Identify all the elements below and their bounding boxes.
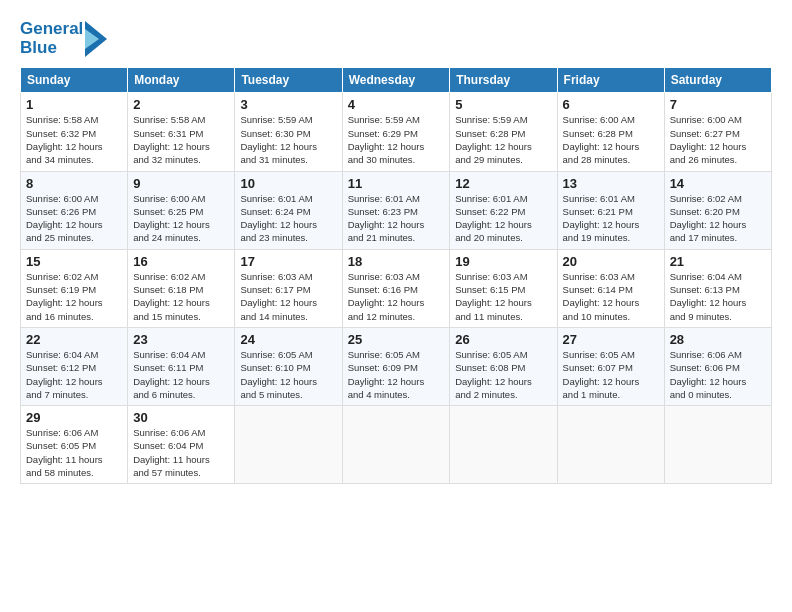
calendar-cell	[664, 406, 771, 484]
calendar-cell: 3Sunrise: 5:59 AM Sunset: 6:30 PM Daylig…	[235, 93, 342, 171]
day-header-tuesday: Tuesday	[235, 68, 342, 93]
calendar-cell: 13Sunrise: 6:01 AM Sunset: 6:21 PM Dayli…	[557, 171, 664, 249]
day-number: 8	[26, 176, 122, 191]
calendar-cell: 6Sunrise: 6:00 AM Sunset: 6:28 PM Daylig…	[557, 93, 664, 171]
day-number: 21	[670, 254, 766, 269]
calendar-cell: 29Sunrise: 6:06 AM Sunset: 6:05 PM Dayli…	[21, 406, 128, 484]
day-number: 28	[670, 332, 766, 347]
day-number: 10	[240, 176, 336, 191]
day-header-thursday: Thursday	[450, 68, 557, 93]
day-info: Sunrise: 6:03 AM Sunset: 6:16 PM Dayligh…	[348, 270, 445, 323]
day-info: Sunrise: 5:58 AM Sunset: 6:32 PM Dayligh…	[26, 113, 122, 166]
calendar-cell: 5Sunrise: 5:59 AM Sunset: 6:28 PM Daylig…	[450, 93, 557, 171]
day-number: 7	[670, 97, 766, 112]
day-number: 5	[455, 97, 551, 112]
day-number: 27	[563, 332, 659, 347]
week-row-4: 22Sunrise: 6:04 AM Sunset: 6:12 PM Dayli…	[21, 327, 772, 405]
day-info: Sunrise: 6:05 AM Sunset: 6:07 PM Dayligh…	[563, 348, 659, 401]
day-info: Sunrise: 6:01 AM Sunset: 6:24 PM Dayligh…	[240, 192, 336, 245]
day-number: 25	[348, 332, 445, 347]
day-number: 1	[26, 97, 122, 112]
day-header-monday: Monday	[128, 68, 235, 93]
day-number: 19	[455, 254, 551, 269]
day-number: 23	[133, 332, 229, 347]
day-number: 14	[670, 176, 766, 191]
calendar-cell: 27Sunrise: 6:05 AM Sunset: 6:07 PM Dayli…	[557, 327, 664, 405]
day-header-friday: Friday	[557, 68, 664, 93]
day-info: Sunrise: 6:06 AM Sunset: 6:06 PM Dayligh…	[670, 348, 766, 401]
day-info: Sunrise: 5:59 AM Sunset: 6:28 PM Dayligh…	[455, 113, 551, 166]
day-info: Sunrise: 5:59 AM Sunset: 6:30 PM Dayligh…	[240, 113, 336, 166]
calendar-cell: 8Sunrise: 6:00 AM Sunset: 6:26 PM Daylig…	[21, 171, 128, 249]
day-info: Sunrise: 6:05 AM Sunset: 6:08 PM Dayligh…	[455, 348, 551, 401]
week-row-1: 1Sunrise: 5:58 AM Sunset: 6:32 PM Daylig…	[21, 93, 772, 171]
calendar-cell: 7Sunrise: 6:00 AM Sunset: 6:27 PM Daylig…	[664, 93, 771, 171]
calendar-cell: 12Sunrise: 6:01 AM Sunset: 6:22 PM Dayli…	[450, 171, 557, 249]
day-info: Sunrise: 5:59 AM Sunset: 6:29 PM Dayligh…	[348, 113, 445, 166]
day-info: Sunrise: 6:04 AM Sunset: 6:11 PM Dayligh…	[133, 348, 229, 401]
day-number: 3	[240, 97, 336, 112]
calendar-cell: 23Sunrise: 6:04 AM Sunset: 6:11 PM Dayli…	[128, 327, 235, 405]
calendar-cell: 20Sunrise: 6:03 AM Sunset: 6:14 PM Dayli…	[557, 249, 664, 327]
day-info: Sunrise: 6:03 AM Sunset: 6:14 PM Dayligh…	[563, 270, 659, 323]
day-info: Sunrise: 6:02 AM Sunset: 6:20 PM Dayligh…	[670, 192, 766, 245]
day-number: 13	[563, 176, 659, 191]
calendar-cell: 11Sunrise: 6:01 AM Sunset: 6:23 PM Dayli…	[342, 171, 450, 249]
day-info: Sunrise: 6:01 AM Sunset: 6:22 PM Dayligh…	[455, 192, 551, 245]
day-info: Sunrise: 6:05 AM Sunset: 6:10 PM Dayligh…	[240, 348, 336, 401]
calendar-body: 1Sunrise: 5:58 AM Sunset: 6:32 PM Daylig…	[21, 93, 772, 484]
calendar-cell: 2Sunrise: 5:58 AM Sunset: 6:31 PM Daylig…	[128, 93, 235, 171]
logo: General Blue	[20, 20, 107, 57]
day-number: 2	[133, 97, 229, 112]
calendar-cell: 30Sunrise: 6:06 AM Sunset: 6:04 PM Dayli…	[128, 406, 235, 484]
day-info: Sunrise: 6:04 AM Sunset: 6:12 PM Dayligh…	[26, 348, 122, 401]
day-info: Sunrise: 6:06 AM Sunset: 6:05 PM Dayligh…	[26, 426, 122, 479]
day-number: 12	[455, 176, 551, 191]
calendar-cell: 25Sunrise: 6:05 AM Sunset: 6:09 PM Dayli…	[342, 327, 450, 405]
calendar-cell: 28Sunrise: 6:06 AM Sunset: 6:06 PM Dayli…	[664, 327, 771, 405]
calendar-cell: 10Sunrise: 6:01 AM Sunset: 6:24 PM Dayli…	[235, 171, 342, 249]
calendar-cell	[450, 406, 557, 484]
day-number: 9	[133, 176, 229, 191]
calendar-cell	[557, 406, 664, 484]
day-number: 11	[348, 176, 445, 191]
day-info: Sunrise: 6:04 AM Sunset: 6:13 PM Dayligh…	[670, 270, 766, 323]
day-info: Sunrise: 6:02 AM Sunset: 6:18 PM Dayligh…	[133, 270, 229, 323]
day-header-sunday: Sunday	[21, 68, 128, 93]
day-info: Sunrise: 6:05 AM Sunset: 6:09 PM Dayligh…	[348, 348, 445, 401]
day-number: 24	[240, 332, 336, 347]
day-number: 17	[240, 254, 336, 269]
day-info: Sunrise: 6:02 AM Sunset: 6:19 PM Dayligh…	[26, 270, 122, 323]
day-number: 22	[26, 332, 122, 347]
week-row-3: 15Sunrise: 6:02 AM Sunset: 6:19 PM Dayli…	[21, 249, 772, 327]
day-number: 6	[563, 97, 659, 112]
day-info: Sunrise: 6:03 AM Sunset: 6:17 PM Dayligh…	[240, 270, 336, 323]
calendar-cell: 18Sunrise: 6:03 AM Sunset: 6:16 PM Dayli…	[342, 249, 450, 327]
day-info: Sunrise: 5:58 AM Sunset: 6:31 PM Dayligh…	[133, 113, 229, 166]
day-number: 15	[26, 254, 122, 269]
calendar-table: SundayMondayTuesdayWednesdayThursdayFrid…	[20, 67, 772, 484]
calendar-cell	[235, 406, 342, 484]
calendar-cell: 19Sunrise: 6:03 AM Sunset: 6:15 PM Dayli…	[450, 249, 557, 327]
calendar-cell: 17Sunrise: 6:03 AM Sunset: 6:17 PM Dayli…	[235, 249, 342, 327]
page-header: General Blue	[20, 20, 772, 57]
calendar-cell: 26Sunrise: 6:05 AM Sunset: 6:08 PM Dayli…	[450, 327, 557, 405]
calendar-cell: 9Sunrise: 6:00 AM Sunset: 6:25 PM Daylig…	[128, 171, 235, 249]
day-info: Sunrise: 6:00 AM Sunset: 6:27 PM Dayligh…	[670, 113, 766, 166]
calendar-cell: 22Sunrise: 6:04 AM Sunset: 6:12 PM Dayli…	[21, 327, 128, 405]
day-info: Sunrise: 6:01 AM Sunset: 6:23 PM Dayligh…	[348, 192, 445, 245]
calendar-cell: 15Sunrise: 6:02 AM Sunset: 6:19 PM Dayli…	[21, 249, 128, 327]
day-number: 20	[563, 254, 659, 269]
day-header-wednesday: Wednesday	[342, 68, 450, 93]
day-number: 4	[348, 97, 445, 112]
week-row-5: 29Sunrise: 6:06 AM Sunset: 6:05 PM Dayli…	[21, 406, 772, 484]
day-number: 29	[26, 410, 122, 425]
day-number: 18	[348, 254, 445, 269]
calendar-cell: 1Sunrise: 5:58 AM Sunset: 6:32 PM Daylig…	[21, 93, 128, 171]
day-header-saturday: Saturday	[664, 68, 771, 93]
calendar-cell	[342, 406, 450, 484]
day-number: 26	[455, 332, 551, 347]
day-info: Sunrise: 6:00 AM Sunset: 6:28 PM Dayligh…	[563, 113, 659, 166]
day-info: Sunrise: 6:03 AM Sunset: 6:15 PM Dayligh…	[455, 270, 551, 323]
week-row-2: 8Sunrise: 6:00 AM Sunset: 6:26 PM Daylig…	[21, 171, 772, 249]
